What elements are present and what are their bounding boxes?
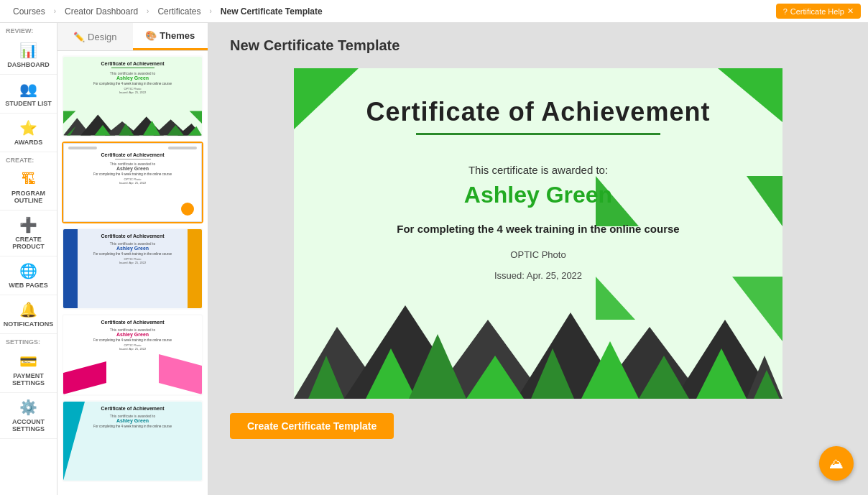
sidebar-item-dashboard[interactable]: 📊 DASHBOARD <box>0 36 57 75</box>
theme-card-3[interactable]: Certificate of Achievement This certific… <box>62 228 203 310</box>
mini-cert-1-underline <box>111 68 154 68</box>
awards-icon: ⭐ <box>19 119 37 137</box>
sidebar-label-payment-settings: PAYMENT SETTINGS <box>3 372 54 387</box>
themes-tabs: ✏️ Design 🎨 Themes <box>57 23 208 51</box>
sidebar-item-student-list[interactable]: 👥 STUDENT LIST <box>0 75 57 114</box>
breadcrumb-certificates[interactable]: Certificates <box>152 0 206 23</box>
svg-marker-21 <box>344 305 466 399</box>
sidebar: REVIEW: 📊 DASHBOARD 👥 STUDENT LIST ⭐ AWA… <box>0 23 57 495</box>
svg-marker-24 <box>596 327 703 399</box>
mini-cert-1-title: Certificate of Achievement <box>63 57 202 66</box>
breadcrumb-sep-3: › <box>209 7 211 15</box>
tab-themes[interactable]: 🎨 Themes <box>133 23 208 50</box>
sidebar-label-settings: SETTINGS: <box>0 334 57 347</box>
themes-panel: ✏️ Design 🎨 Themes Certificate of Achiev… <box>57 23 208 495</box>
mini-deco-left <box>68 147 97 149</box>
question-icon: ? <box>783 7 788 16</box>
sidebar-label-notifications: NOTIFICATIONS <box>4 320 53 328</box>
cert-awarded-text: This certificate is awarded to: <box>294 164 782 176</box>
breadcrumb-courses[interactable]: Courses <box>7 0 51 23</box>
sidebar-label-create-product: CREATE PRODUCT <box>3 236 54 250</box>
sidebar-label-account-settings: ACCOUNT SETTINGS <box>3 418 54 432</box>
sidebar-label-create: CREATE: <box>0 152 57 165</box>
sidebar-label-awards: AWARDS <box>14 139 43 146</box>
svg-marker-27 <box>308 356 344 399</box>
create-product-icon: ➕ <box>19 216 37 233</box>
svg-marker-17 <box>732 277 782 341</box>
cert-issued: Issued: Apr. 25, 2022 <box>294 270 782 281</box>
svg-marker-12 <box>63 111 75 124</box>
sidebar-label-dashboard: DASHBOARD <box>7 61 50 68</box>
design-icon: ✏️ <box>73 32 85 42</box>
sidebar-item-web-pages[interactable]: 🌐 WEB PAGES <box>0 256 57 295</box>
theme-card-1[interactable]: Certificate of Achievement This certific… <box>62 55 203 137</box>
svg-marker-28 <box>366 348 416 399</box>
svg-marker-26 <box>747 356 782 399</box>
student-list-icon: 👥 <box>19 80 37 98</box>
themes-icon: 🎨 <box>145 30 157 41</box>
svg-marker-13 <box>190 111 202 124</box>
svg-marker-19 <box>596 277 635 320</box>
svg-marker-30 <box>466 356 524 399</box>
svg-marker-23 <box>517 313 624 399</box>
tab-design[interactable]: ✏️ Design <box>57 23 133 50</box>
sidebar-label-student-list: STUDENT LIST <box>5 100 52 107</box>
cert-org: OPTIC Photo <box>294 249 782 260</box>
sidebar-item-notifications[interactable]: 🔔 NOTIFICATIONS <box>0 295 57 334</box>
cert-help-button[interactable]: ? Certificate Help ✕ <box>776 4 861 19</box>
mini-cert-1-for: For completing the 4 week training in th… <box>63 82 202 85</box>
cert-preview: Certificate of Achievement This certific… <box>294 68 782 399</box>
dashboard-icon: 📊 <box>19 42 37 59</box>
sidebar-item-awards[interactable]: ⭐ AWARDS <box>0 114 57 152</box>
web-pages-icon: 🌐 <box>19 262 37 279</box>
svg-marker-31 <box>531 348 574 399</box>
help-fab[interactable]: ⛰ <box>819 446 854 481</box>
mountain-icon: ⛰ <box>829 455 844 472</box>
cert-preview-wrapper: Certificate of Achievement This certific… <box>230 68 846 399</box>
themes-list: Certificate of Achievement This certific… <box>57 51 208 495</box>
sidebar-item-program-outline[interactable]: 🏗 PROGRAM OUTLINE <box>0 165 57 211</box>
svg-marker-25 <box>675 320 775 399</box>
sidebar-label-review: REVIEW: <box>0 23 57 36</box>
cert-for-text: For completing the 4 week training in th… <box>294 223 782 235</box>
cert-recipient-name: Ashley Green <box>294 182 782 208</box>
sidebar-item-create-product[interactable]: ➕ CREATE PRODUCT <box>0 211 57 256</box>
notifications-icon: 🔔 <box>19 301 37 318</box>
account-settings-icon: ⚙️ <box>19 399 37 416</box>
svg-marker-22 <box>430 320 545 399</box>
theme-card-2[interactable]: Certificate of Achievement This certific… <box>62 142 203 223</box>
main-layout: REVIEW: 📊 DASHBOARD 👥 STUDENT LIST ⭐ AWA… <box>0 23 868 495</box>
cert-title-underline <box>416 133 660 135</box>
sidebar-item-account-settings[interactable]: ⚙️ ACCOUNT SETTINGS <box>0 393 57 439</box>
theme-card-5[interactable]: Certificate of Achievement This certific… <box>62 400 203 482</box>
breadcrumb-sep-2: › <box>147 7 149 15</box>
svg-marker-34 <box>696 348 747 399</box>
svg-marker-20 <box>294 327 387 399</box>
breadcrumb-creator-dashboard[interactable]: Creator Dashboard <box>59 0 144 23</box>
sidebar-label-web-pages: WEB PAGES <box>9 282 47 289</box>
svg-marker-32 <box>581 341 639 399</box>
close-icon: ✕ <box>847 6 854 16</box>
sidebar-item-payment-settings[interactable]: 💳 PAYMENT SETTINGS <box>0 347 57 393</box>
mini-cert-4-title: Certificate of Achievement <box>63 315 202 325</box>
svg-marker-33 <box>639 356 689 399</box>
breadcrumb-new-template: New Certificate Template <box>215 0 328 23</box>
mini-cert-1-name: Ashley Green <box>63 75 202 80</box>
theme-card-4[interactable]: Certificate of Achievement This certific… <box>62 314 203 396</box>
cert-main-title: Certificate of Achievement <box>294 68 782 127</box>
mini-deco-right <box>168 147 197 149</box>
mini-seal <box>181 203 194 216</box>
page-title: New Certificate Template <box>230 37 846 54</box>
mini-cert-2-title: Certificate of Achievement <box>64 149 201 157</box>
sidebar-label-program-outline: PROGRAM OUTLINE <box>3 190 54 204</box>
top-nav: Courses › Creator Dashboard › Certificat… <box>0 0 868 23</box>
mini-cert-3-title: Certificate of Achievement <box>78 229 188 239</box>
program-outline-icon: 🏗 <box>22 171 36 188</box>
breadcrumb-sep-1: › <box>54 7 56 15</box>
main-content: New Certificate Template <box>208 23 868 495</box>
mini-cert-1-mountains <box>63 111 202 136</box>
payment-settings-icon: 💳 <box>19 353 37 370</box>
svg-marker-35 <box>754 370 780 399</box>
svg-marker-29 <box>409 334 466 399</box>
create-certificate-button[interactable]: Create Certificate Template <box>230 413 394 439</box>
